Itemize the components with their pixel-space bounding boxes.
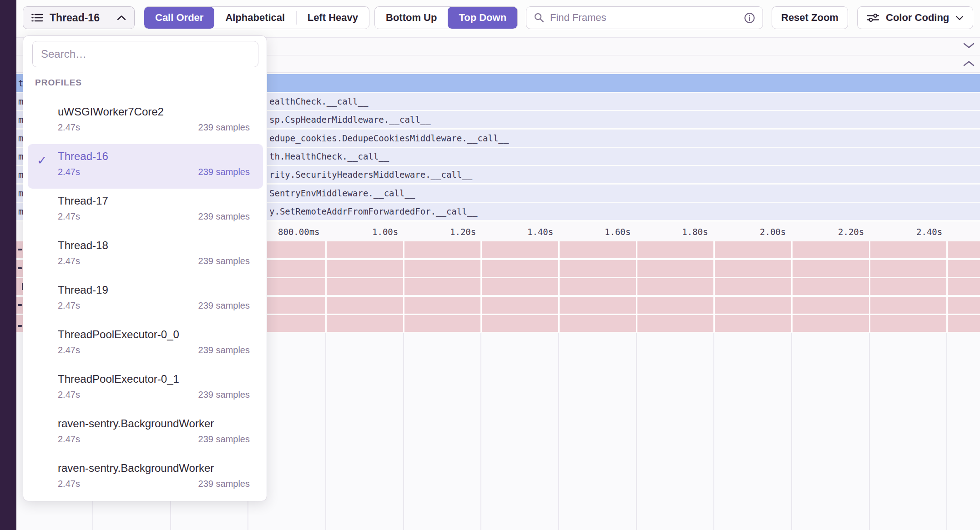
truncated-frame-text-mark bbox=[18, 325, 22, 327]
chevron-up-icon[interactable] bbox=[963, 60, 975, 68]
profile-list-item[interactable]: ✓raven-sentry.BackgroundWorker2.47s239 s… bbox=[28, 456, 263, 500]
chevron-down-icon[interactable] bbox=[963, 42, 975, 50]
frame-separator bbox=[636, 241, 637, 332]
axis-tick-label: 1.20s bbox=[450, 227, 476, 237]
profile-duration: 2.47s bbox=[58, 390, 80, 400]
axis-tick-label: 2.20s bbox=[838, 227, 864, 237]
frame-separator bbox=[558, 241, 560, 332]
frame-label: sp.CspHeaderMiddleware.__call__ bbox=[269, 115, 431, 125]
axis-tick-label: 1.40s bbox=[527, 227, 553, 237]
profile-duration: 2.47s bbox=[58, 122, 80, 133]
gridline bbox=[636, 333, 637, 530]
gridline bbox=[403, 333, 404, 530]
axis-tick-label: 2.00s bbox=[760, 227, 786, 237]
frame-separator bbox=[480, 241, 482, 332]
profile-name: ThreadPoolExecutor-0_1 bbox=[58, 373, 250, 385]
profile-samples: 239 samples bbox=[198, 345, 250, 355]
profile-samples: 239 samples bbox=[198, 256, 250, 266]
search-icon bbox=[534, 12, 545, 23]
profile-name: ThreadPoolExecutor-0_0 bbox=[58, 328, 250, 341]
axis-tick-label: 2.40s bbox=[916, 227, 942, 237]
dropdown-search-input[interactable] bbox=[32, 41, 258, 67]
segment-alphabetical[interactable]: Alphabetical bbox=[214, 7, 296, 29]
profiles-section-label: PROFILES bbox=[35, 78, 82, 88]
chevron-up-icon bbox=[117, 15, 126, 20]
profile-duration: 2.47s bbox=[58, 345, 80, 355]
frame-label: y.SetRemoteAddrFromForwardedFor.__call__ bbox=[269, 206, 478, 216]
segment-bottom-up[interactable]: Bottom Up bbox=[375, 7, 448, 29]
truncated-frame-text-mark bbox=[18, 304, 22, 306]
profile-samples: 239 samples bbox=[198, 122, 250, 133]
profile-duration: 2.47s bbox=[58, 167, 80, 177]
find-frames-input[interactable] bbox=[550, 12, 738, 24]
sliders-icon bbox=[867, 13, 879, 22]
color-coding-button[interactable]: Color Coding bbox=[857, 6, 973, 29]
axis-tick-label: 800.00ms bbox=[278, 227, 320, 237]
profile-list-item[interactable]: ✓Thread-172.47s239 samples bbox=[28, 189, 263, 233]
profile-list-item[interactable]: ✓Thread-162.47s239 samples bbox=[28, 144, 263, 189]
profiling-toolbar: Thread-16 Call Order Alphabetical Left H… bbox=[16, 0, 980, 37]
profile-duration: 2.47s bbox=[58, 211, 80, 222]
profile-samples: 239 samples bbox=[198, 434, 250, 445]
find-frames-search[interactable] bbox=[526, 6, 763, 29]
segment-call-order[interactable]: Call Order bbox=[144, 7, 214, 29]
frame-label: th.HealthCheck.__call__ bbox=[269, 151, 389, 161]
profile-name: Thread-19 bbox=[58, 284, 250, 296]
list-icon bbox=[31, 12, 43, 23]
profile-list-item[interactable]: ✓uWSGIWorker7Core22.47s239 samples bbox=[28, 100, 263, 144]
info-icon[interactable] bbox=[744, 12, 755, 24]
frame-label: rity.SecurityHeadersMiddleware.__call__ bbox=[269, 170, 472, 180]
truncated-frame-text-mark bbox=[18, 267, 22, 269]
truncated-frame-text-mark bbox=[18, 249, 22, 250]
profile-samples: 239 samples bbox=[198, 167, 250, 177]
profile-list-item[interactable]: ✓raven-sentry.BackgroundWorker2.47s239 s… bbox=[28, 411, 263, 456]
frame-separator bbox=[325, 241, 327, 332]
segment-top-down[interactable]: Top Down bbox=[448, 7, 517, 29]
gridline bbox=[325, 333, 326, 530]
checkmark-icon: ✓ bbox=[37, 153, 47, 168]
gridline bbox=[869, 333, 870, 530]
profile-name: Thread-16 bbox=[58, 150, 250, 163]
direction-segmented-control: Bottom Up Top Down bbox=[374, 6, 518, 29]
profile-name: raven-sentry.BackgroundWorker bbox=[58, 462, 250, 475]
profile-name: raven-sentry.BackgroundWorker bbox=[58, 417, 250, 430]
chevron-down-icon bbox=[955, 15, 964, 20]
frame-separator bbox=[946, 241, 948, 332]
segment-left-heavy[interactable]: Left Heavy bbox=[297, 7, 369, 29]
frame-label: SentryEnvMiddleware.__call__ bbox=[269, 188, 415, 198]
profiles-list: ✓uWSGIWorker7Core22.47s239 samples✓Threa… bbox=[28, 100, 263, 500]
profile-samples: 239 samples bbox=[198, 390, 250, 400]
frame-separator bbox=[713, 241, 715, 332]
gridline bbox=[791, 333, 792, 530]
frame-separator bbox=[791, 241, 793, 332]
profile-list-item[interactable]: ✓Thread-182.47s239 samples bbox=[28, 233, 263, 278]
gridline bbox=[558, 333, 559, 530]
gridline bbox=[480, 333, 481, 530]
profile-list-item[interactable]: ✓Thread-192.47s239 samples bbox=[28, 278, 263, 322]
thread-selector-label: Thread-16 bbox=[50, 12, 100, 24]
profile-samples: 239 samples bbox=[198, 300, 250, 311]
profile-name: Thread-18 bbox=[58, 239, 250, 252]
axis-tick-label: 1.00s bbox=[372, 227, 398, 237]
gridline bbox=[946, 333, 947, 530]
frame-separator bbox=[403, 241, 404, 332]
profile-duration: 2.47s bbox=[58, 256, 80, 266]
reset-zoom-label: Reset Zoom bbox=[781, 12, 839, 24]
profile-duration: 2.47s bbox=[58, 300, 80, 311]
thread-dropdown-panel: PROFILES ✓uWSGIWorker7Core22.47s239 samp… bbox=[23, 35, 267, 501]
color-coding-label: Color Coding bbox=[886, 12, 949, 24]
profile-name: Thread-17 bbox=[58, 195, 250, 207]
sort-segmented-control: Call Order Alphabetical Left Heavy bbox=[144, 6, 369, 29]
thread-selector-button[interactable]: Thread-16 bbox=[23, 6, 135, 29]
profile-list-item[interactable]: ✓ThreadPoolExecutor-0_12.47s239 samples bbox=[28, 367, 263, 411]
profile-samples: 239 samples bbox=[198, 211, 250, 222]
app-sidebar-strip[interactable] bbox=[0, 0, 16, 530]
reset-zoom-button[interactable]: Reset Zoom bbox=[772, 6, 848, 29]
gridline bbox=[713, 333, 714, 530]
axis-tick-label: 1.60s bbox=[605, 227, 631, 237]
frame-label: edupe_cookies.DedupeCookiesMiddleware.__… bbox=[269, 133, 509, 143]
profile-list-item[interactable]: ✓ThreadPoolExecutor-0_02.47s239 samples bbox=[28, 322, 263, 367]
profile-samples: 239 samples bbox=[198, 479, 250, 489]
frame-separator bbox=[869, 241, 870, 332]
profile-duration: 2.47s bbox=[58, 434, 80, 445]
